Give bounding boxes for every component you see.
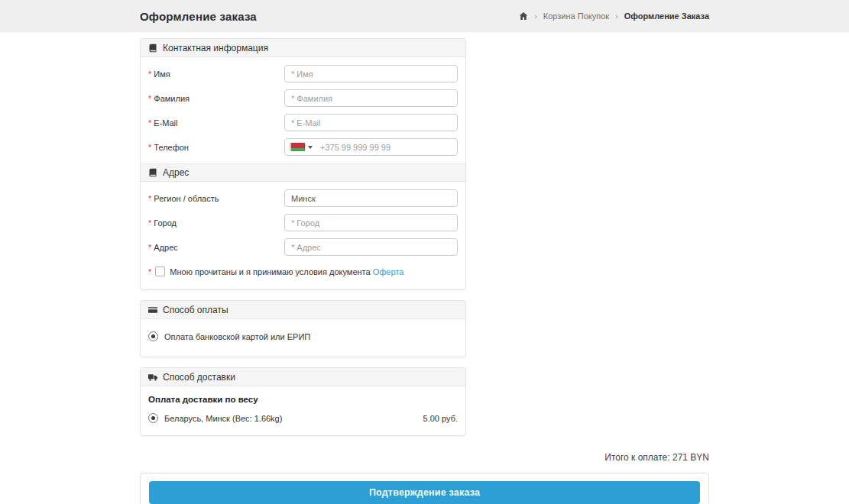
address-section-title: Адрес: [163, 167, 189, 178]
top-header-band: Оформление заказа › Корзина Покупок › Оф…: [0, 0, 849, 32]
address-section-header: Адрес: [141, 163, 465, 182]
city-label: Город: [154, 218, 177, 228]
credit-card-icon: [148, 305, 157, 315]
region-input[interactable]: [284, 189, 458, 207]
street-input[interactable]: [284, 238, 458, 256]
shipping-section-title: Способ доставки: [163, 372, 235, 383]
home-icon[interactable]: [519, 11, 528, 21]
first-name-input[interactable]: [284, 65, 458, 82]
offer-agreement-text: Мною прочитаны и я принимаю условия доку…: [170, 267, 370, 276]
region-label: Регион / область: [154, 194, 219, 203]
page-title: Оформление заказа: [140, 10, 257, 23]
street-label: Адрес: [154, 243, 178, 252]
payment-panel: Способ оплаты Оплата банковской картой и…: [140, 300, 466, 357]
required-marker: *: [148, 118, 151, 128]
phone-label: Телефон: [154, 143, 189, 152]
shipping-option-label: Беларусь, Минск (Вес: 1.66kg): [164, 414, 282, 423]
breadcrumb-cart[interactable]: Корзина Покупок: [543, 11, 609, 21]
shipping-group-title: Оплата доставки по весу: [148, 395, 458, 404]
confirm-order-button[interactable]: Подтверждение заказа: [149, 481, 700, 504]
offer-link[interactable]: Оферта: [373, 267, 404, 276]
payment-section-header: Способ оплаты: [141, 301, 465, 319]
email-row: *E-Mail: [148, 114, 458, 131]
payment-option-label: Оплата банковской картой или ЕРИП: [164, 332, 310, 341]
breadcrumb: › Корзина Покупок › Оформление Заказа: [519, 11, 709, 21]
required-marker: *: [148, 243, 151, 252]
city-input[interactable]: [284, 214, 458, 231]
breadcrumb-checkout: Оформление Заказа: [624, 11, 709, 21]
truck-icon: [148, 373, 157, 382]
street-row: *Адрес: [148, 238, 458, 256]
breadcrumb-separator: ›: [534, 11, 537, 21]
first-name-label: Имя: [154, 69, 170, 79]
payment-option-row: Оплата банковской картой или ЕРИП: [148, 331, 458, 341]
last-name-row: *Фамилия: [148, 89, 458, 107]
book-icon: [148, 44, 157, 53]
required-marker: *: [148, 69, 151, 79]
contact-section-header: Контактная информация: [141, 39, 465, 57]
chevron-down-icon: [308, 146, 313, 149]
shipping-panel: Способ доставки Оплата доставки по весу …: [140, 367, 466, 436]
payment-radio[interactable]: [148, 331, 158, 341]
required-marker: *: [148, 94, 151, 103]
email-label: E-Mail: [154, 118, 177, 128]
breadcrumb-separator: ›: [615, 11, 618, 21]
required-marker: *: [148, 218, 151, 228]
required-marker: *: [148, 194, 151, 203]
payment-section-title: Способ оплаты: [163, 305, 228, 315]
belarus-flag-icon: [290, 143, 305, 151]
first-name-row: *Имя: [148, 65, 458, 82]
phone-country-selector[interactable]: [290, 138, 313, 156]
offer-agreement-row: * Мною прочитаны и я принимаю условия до…: [148, 267, 458, 282]
last-name-label: Фамилия: [154, 94, 190, 103]
book-icon: [148, 168, 157, 177]
shipping-option-row: Беларусь, Минск (Вес: 1.66kg) 5.00 руб.: [148, 413, 458, 423]
shipping-price: 5.00 руб.: [423, 414, 458, 423]
required-marker: *: [148, 267, 151, 276]
last-name-input[interactable]: [284, 89, 458, 107]
shipping-radio[interactable]: [148, 413, 158, 423]
email-input[interactable]: [284, 114, 458, 131]
confirm-card: Подтверждение заказа: [140, 473, 709, 504]
contact-section-title: Контактная информация: [163, 43, 268, 53]
phone-row: *Телефон: [148, 138, 458, 156]
order-total: Итого к оплате: 271 BYN: [140, 452, 709, 463]
contact-address-panel: Контактная информация *Имя *Фамилия *E-M…: [140, 38, 466, 290]
offer-agreement-checkbox[interactable]: [155, 267, 165, 276]
required-marker: *: [148, 143, 151, 152]
shipping-section-header: Способ доставки: [141, 368, 465, 386]
city-row: *Город: [148, 214, 458, 231]
region-row: *Регион / область: [148, 189, 458, 207]
